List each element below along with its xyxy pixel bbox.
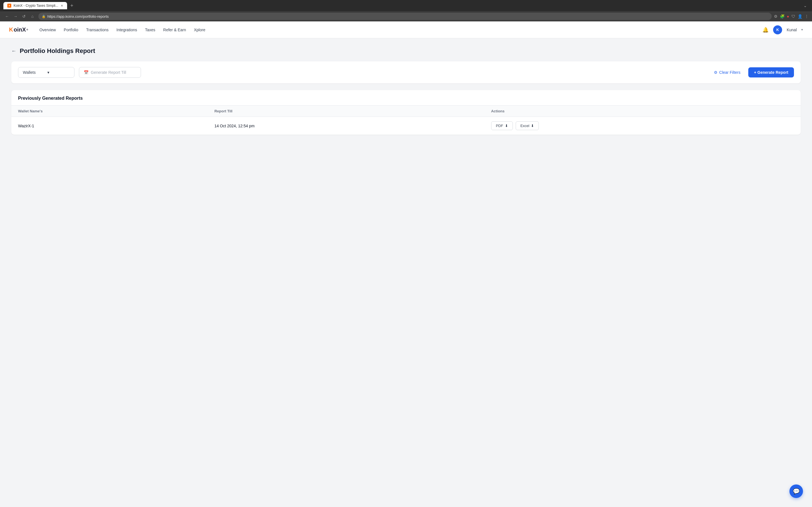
logo-trademark: ®	[27, 29, 28, 31]
excel-download-icon: ⬇	[531, 124, 534, 128]
reports-section: Previously Generated Reports Wallet Name…	[11, 90, 801, 135]
nav-refer-earn[interactable]: Refer & Earn	[163, 27, 186, 32]
date-placeholder-text: Generate Report Till	[91, 70, 126, 75]
ext1-icon[interactable]: ⚙	[774, 14, 777, 18]
table-row: WazirX-1 14 Oct 2024, 12:54 pm PDF ⬇ Exc…	[11, 117, 801, 135]
wallet-select-chevron-icon: ▾	[47, 70, 70, 75]
nav-taxes[interactable]: Taxes	[145, 27, 155, 32]
chat-icon: 💬	[793, 488, 800, 495]
home-button[interactable]: ⌂	[29, 13, 36, 20]
browser-nav-buttons: ← → ↺ ⌂	[3, 13, 36, 20]
generate-report-button[interactable]: + Generate Report	[748, 67, 794, 77]
url-text: https://app.koinx.com/portfolio-reports	[47, 14, 109, 18]
col-wallet-name: Wallet Name's	[11, 106, 207, 117]
active-tab[interactable]: X KoinX - Crypto Taxes Simpli... ✕	[3, 2, 67, 9]
new-tab-button[interactable]: +	[68, 3, 76, 9]
reports-table: Wallet Name's Report Till Actions WazirX…	[11, 105, 801, 135]
clear-filters-button[interactable]: ⚙ Clear Filters	[711, 68, 744, 77]
back-browser-button[interactable]: ←	[3, 13, 11, 20]
excel-label: Excel	[520, 124, 529, 128]
page-header: ← Portfolio Holdings Report	[11, 47, 801, 55]
cell-report-till: 14 Oct 2024, 12:54 pm	[207, 117, 484, 135]
browser-chrome: X KoinX - Crypto Taxes Simpli... ✕ + ⌄	[0, 0, 812, 11]
col-report-till: Report Till	[207, 106, 484, 117]
ext2-icon[interactable]: 🧩	[780, 14, 784, 18]
action-buttons: PDF ⬇ Excel ⬇	[491, 121, 794, 130]
table-header-row: Wallet Name's Report Till Actions	[11, 106, 801, 117]
tab-title: KoinX - Crypto Taxes Simpli...	[13, 4, 58, 8]
excel-download-button[interactable]: Excel ⬇	[516, 121, 539, 130]
nav-portfolio[interactable]: Portfolio	[64, 27, 78, 32]
date-filter-input[interactable]: 📅 Generate Report Till	[79, 67, 141, 78]
profile-icon[interactable]: 👤	[798, 14, 802, 18]
pdf-download-button[interactable]: PDF ⬇	[491, 121, 513, 130]
lock-icon: 🔒	[42, 15, 46, 18]
logo-k: K	[9, 26, 13, 33]
ext3-icon[interactable]: ●	[787, 14, 789, 18]
back-button[interactable]: ←	[11, 48, 16, 54]
pdf-label: PDF	[496, 124, 503, 128]
user-initial: K	[776, 27, 779, 32]
reload-button[interactable]: ↺	[20, 13, 28, 20]
filter-icon: ⚙	[714, 70, 718, 75]
wallet-select-label: Wallets	[23, 70, 45, 75]
browser-extensions: ⚙ 🧩 ● 🛡 👤 ⋮	[774, 14, 809, 18]
chat-button[interactable]: 💬	[790, 485, 803, 498]
cell-actions: PDF ⬇ Excel ⬇	[485, 117, 801, 135]
forward-browser-button[interactable]: →	[12, 13, 19, 20]
browser-settings-icon[interactable]: ⋮	[805, 14, 809, 18]
nav-links: Overview Portfolio Transactions Integrat…	[40, 27, 753, 32]
generate-report-label: + Generate Report	[754, 70, 788, 75]
clear-filters-label: Clear Filters	[719, 70, 741, 75]
navbar: KoinX® Overview Portfolio Transactions I…	[0, 21, 812, 38]
user-avatar: K	[773, 25, 782, 34]
section-title: Previously Generated Reports	[11, 90, 801, 105]
back-arrow-icon: ←	[11, 48, 16, 54]
browser-menu-button[interactable]: ⌄	[802, 2, 809, 9]
table-header: Wallet Name's Report Till Actions	[11, 106, 801, 117]
col-actions: Actions	[485, 106, 801, 117]
user-name: Kunal	[786, 27, 797, 32]
tab-bar: X KoinX - Crypto Taxes Simpli... ✕ +	[3, 2, 75, 9]
logo-oinx: oinX	[13, 26, 26, 33]
filter-bar: Wallets ▾ 📅 Generate Report Till ⚙ Clear…	[11, 61, 801, 83]
ext4-icon[interactable]: 🛡	[792, 14, 795, 18]
address-bar-row: ← → ↺ ⌂ 🔒 https://app.koinx.com/portfoli…	[0, 11, 812, 21]
logo[interactable]: KoinX®	[9, 26, 28, 33]
table-body: WazirX-1 14 Oct 2024, 12:54 pm PDF ⬇ Exc…	[11, 117, 801, 135]
calendar-icon: 📅	[84, 70, 89, 75]
pdf-download-icon: ⬇	[505, 124, 508, 128]
nav-overview[interactable]: Overview	[40, 27, 56, 32]
notification-bell-icon[interactable]: 🔔	[762, 27, 769, 33]
user-menu-chevron-icon[interactable]: ▾	[801, 28, 803, 32]
app-container: KoinX® Overview Portfolio Transactions I…	[0, 21, 812, 507]
address-bar[interactable]: 🔒 https://app.koinx.com/portfolio-report…	[38, 13, 772, 20]
nav-right: 🔔 K Kunal ▾	[762, 25, 803, 34]
nav-xplore[interactable]: Xplore	[194, 27, 205, 32]
nav-integrations[interactable]: Integrations	[116, 27, 137, 32]
page-title: Portfolio Holdings Report	[20, 47, 95, 55]
tab-favicon: X	[7, 4, 11, 8]
tab-close-button[interactable]: ✕	[61, 4, 63, 8]
nav-transactions[interactable]: Transactions	[86, 27, 109, 32]
cell-wallet-name: WazirX-1	[11, 117, 207, 135]
wallet-filter-select[interactable]: Wallets ▾	[18, 67, 74, 78]
page-content: ← Portfolio Holdings Report Wallets ▾ 📅 …	[0, 38, 812, 507]
